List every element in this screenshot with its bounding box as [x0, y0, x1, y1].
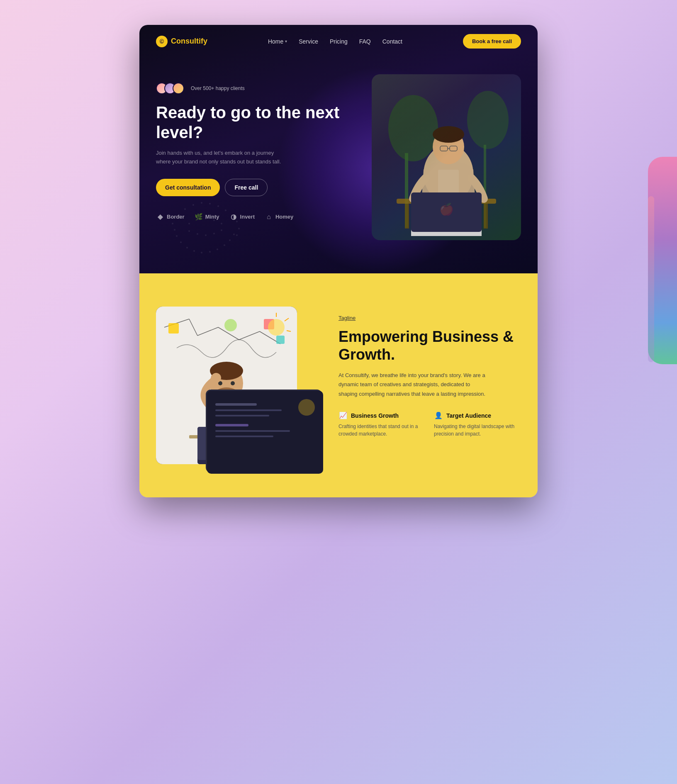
brand-homey: ⌂ Homey — [265, 213, 293, 221]
hero-title: Ready to go to the next level? — [156, 102, 355, 142]
feature-business-growth: 📈 Business Growth Crafting identities th… — [338, 411, 426, 438]
logo-icon: © — [156, 36, 168, 47]
nav-pricing-link[interactable]: Pricing — [330, 38, 348, 45]
brand-homey-label: Homey — [275, 214, 293, 220]
nav-contact-link[interactable]: Contact — [382, 38, 402, 45]
tablet-overlay — [206, 390, 322, 472]
about-section: Tagline Empowering Business & Growth. At… — [139, 273, 538, 497]
border-brand-icon: ◆ — [156, 213, 164, 221]
svg-rect-86 — [215, 424, 248, 426]
svg-rect-60 — [276, 336, 285, 344]
svg-rect-83 — [215, 403, 257, 406]
hero-buttons: Get consultation Free call — [156, 179, 355, 196]
brand-invert: ◑ Invert — [229, 213, 255, 221]
svg-point-77 — [231, 381, 235, 385]
features-grid: 📈 Business Growth Crafting identities th… — [338, 411, 521, 438]
chevron-down-icon: ▾ — [285, 39, 287, 44]
get-consultation-button[interactable]: Get consultation — [156, 179, 220, 196]
svg-rect-88 — [215, 436, 273, 437]
nav-menu: Home ▾ Service Pricing FAQ Contact — [268, 38, 402, 45]
svg-point-89 — [298, 399, 315, 416]
nav-home-link[interactable]: Home ▾ — [268, 38, 287, 45]
about-text: Tagline Empowering Business & Growth. At… — [338, 307, 521, 438]
svg-point-37 — [217, 248, 218, 250]
minty-brand-icon: 🌿 — [195, 213, 203, 221]
svg-rect-87 — [215, 430, 290, 432]
hero-subtitle: Join hands with us, and let's embark on … — [156, 149, 289, 166]
feature-title: Business Growth — [351, 412, 399, 419]
brand-border: ◆ Border — [156, 213, 185, 221]
hero-image-card: 🍎 — [372, 74, 521, 240]
hero-section: © Consultify Home ▾ Service Pricing FAQ … — [139, 25, 538, 273]
side-decoration-left — [648, 196, 654, 362]
hero-image: 🍎 — [372, 74, 521, 240]
brand-invert-label: Invert — [240, 214, 255, 220]
nav-faq-link[interactable]: FAQ — [359, 38, 371, 45]
homey-brand-icon: ⌂ — [265, 213, 273, 221]
svg-point-34 — [193, 250, 195, 252]
logo: © Consultify — [156, 36, 207, 47]
hero-content: Over 500+ happy clients Ready to go to t… — [139, 58, 538, 248]
svg-point-36 — [209, 251, 211, 253]
navbar: © Consultify Home ▾ Service Pricing FAQ … — [139, 25, 538, 58]
feature-title-2: Target Audience — [446, 412, 491, 419]
logo-text: Consultify — [171, 37, 207, 46]
client-avatars — [156, 83, 181, 94]
svg-point-35 — [201, 252, 202, 253]
happy-clients-row: Over 500+ happy clients — [156, 83, 355, 94]
book-free-call-button[interactable]: Book a free call — [463, 34, 521, 49]
feature-header-2: 👤 Target Audience — [434, 411, 521, 420]
nav-service-link[interactable]: Service — [299, 38, 318, 45]
target-audience-icon: 👤 — [434, 411, 443, 420]
feature-desc: Crafting identities that stand out in a … — [338, 423, 426, 438]
brand-logos-row: ◆ Border 🌿 Minty ◑ Invert ⌂ Homey — [156, 213, 355, 221]
brand-border-label: Border — [167, 214, 185, 220]
svg-point-61 — [224, 319, 237, 331]
svg-point-62 — [268, 319, 285, 336]
about-image-area — [156, 307, 314, 464]
side-decoration-right — [648, 157, 677, 364]
brand-minty-label: Minty — [205, 214, 219, 220]
plant-background — [372, 74, 521, 240]
brand-minty: 🌿 Minty — [195, 213, 219, 221]
feature-header: 📈 Business Growth — [338, 411, 426, 420]
about-title: Empowering Business & Growth. — [338, 328, 521, 363]
svg-rect-84 — [215, 409, 282, 411]
svg-rect-85 — [215, 415, 269, 416]
svg-rect-58 — [168, 323, 179, 334]
tablet-screen — [207, 391, 323, 474]
tagline-label: Tagline — [338, 315, 521, 321]
clients-count-label: Over 500+ happy clients — [191, 85, 245, 91]
avatar — [173, 83, 184, 94]
hero-left-col: Over 500+ happy clients Ready to go to t… — [156, 74, 355, 221]
feature-target-audience: 👤 Target Audience Navigating the digital… — [434, 411, 521, 438]
invert-brand-icon: ◑ — [229, 213, 238, 221]
feature-desc-2: Navigating the digital landscape with pr… — [434, 423, 521, 438]
svg-point-78 — [211, 373, 221, 383]
about-content: Tagline Empowering Business & Growth. At… — [156, 307, 521, 464]
free-call-button[interactable]: Free call — [225, 179, 268, 196]
hero-right-col: 🍎 — [372, 74, 521, 240]
about-description: At Consultify, we breathe life into your… — [338, 371, 488, 398]
business-growth-icon: 📈 — [338, 411, 348, 420]
